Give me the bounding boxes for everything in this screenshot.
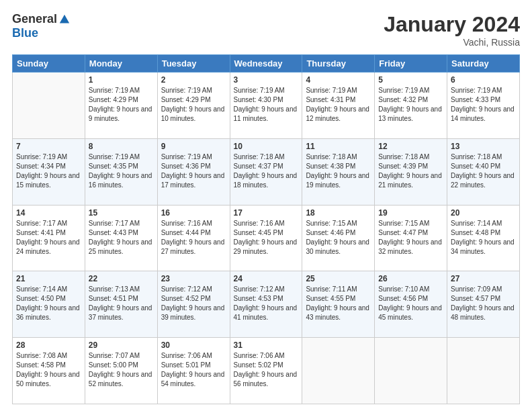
col-monday: Monday [85,55,157,73]
calendar-week-row: 14Sunrise: 7:17 AMSunset: 4:41 PMDayligh… [13,205,520,271]
table-row: 6Sunrise: 7:19 AMSunset: 4:33 PMDaylight… [447,73,520,139]
logo-blue-text: Blue [12,26,38,40]
table-row: 13Sunrise: 7:18 AMSunset: 4:40 PMDayligh… [447,138,520,205]
day-info: Sunrise: 7:19 AMSunset: 4:33 PMDaylight:… [451,86,516,124]
day-info: Sunrise: 7:11 AMSunset: 4:55 PMDaylight:… [306,285,371,322]
day-number: 30 [161,340,226,350]
table-row: 27Sunrise: 7:09 AMSunset: 4:57 PMDayligh… [447,271,520,338]
day-info: Sunrise: 7:12 AMSunset: 4:52 PMDaylight:… [161,285,226,322]
table-row: 29Sunrise: 7:07 AMSunset: 5:00 PMDayligh… [85,338,157,404]
table-row: 21Sunrise: 7:14 AMSunset: 4:50 PMDayligh… [13,271,85,338]
table-row: 14Sunrise: 7:17 AMSunset: 4:41 PMDayligh… [13,205,85,271]
header: General Blue January 2024 Vachi, Russia [12,12,520,48]
day-info: Sunrise: 7:18 AMSunset: 4:38 PMDaylight:… [306,152,371,190]
day-info: Sunrise: 7:07 AMSunset: 5:00 PMDaylight:… [89,351,154,389]
calendar-week-row: 7Sunrise: 7:19 AMSunset: 4:34 PMDaylight… [13,138,520,205]
day-number: 7 [16,142,81,151]
table-row: 1Sunrise: 7:19 AMSunset: 4:29 PMDaylight… [85,73,157,139]
day-number: 2 [161,75,226,85]
table-row: 31Sunrise: 7:06 AMSunset: 5:02 PMDayligh… [230,338,302,404]
table-row: 3Sunrise: 7:19 AMSunset: 4:30 PMDaylight… [230,73,302,139]
day-info: Sunrise: 7:17 AMSunset: 4:41 PMDaylight:… [16,219,81,257]
day-number: 24 [234,274,299,283]
col-wednesday: Wednesday [230,55,302,73]
day-number: 27 [451,274,516,283]
header-row: Sunday Monday Tuesday Wednesday Thursday… [13,55,520,73]
table-row: 8Sunrise: 7:19 AMSunset: 4:35 PMDaylight… [85,138,157,205]
day-number: 13 [451,142,516,151]
day-info: Sunrise: 7:18 AMSunset: 4:40 PMDaylight:… [451,152,516,190]
logo: General Blue [12,12,71,40]
day-number: 31 [234,340,299,350]
table-row: 11Sunrise: 7:18 AMSunset: 4:38 PMDayligh… [302,138,375,205]
table-row: 12Sunrise: 7:18 AMSunset: 4:39 PMDayligh… [375,138,447,205]
table-row: 4Sunrise: 7:19 AMSunset: 4:31 PMDaylight… [302,73,375,139]
table-row: 23Sunrise: 7:12 AMSunset: 4:52 PMDayligh… [157,271,230,338]
col-tuesday: Tuesday [157,55,230,73]
table-row: 28Sunrise: 7:08 AMSunset: 4:58 PMDayligh… [13,338,85,404]
day-number: 26 [378,274,443,283]
day-info: Sunrise: 7:18 AMSunset: 4:37 PMDaylight:… [234,152,299,190]
day-info: Sunrise: 7:19 AMSunset: 4:29 PMDaylight:… [161,86,226,124]
page: General Blue January 2024 Vachi, Russia … [0,0,532,411]
table-row [447,338,520,404]
day-info: Sunrise: 7:19 AMSunset: 4:34 PMDaylight:… [16,152,81,190]
day-number: 6 [451,75,516,85]
table-row [302,338,375,404]
day-number: 12 [378,142,443,151]
day-info: Sunrise: 7:19 AMSunset: 4:36 PMDaylight:… [161,152,226,190]
day-number: 21 [16,274,81,283]
month-title: January 2024 [384,12,520,37]
table-row: 15Sunrise: 7:17 AMSunset: 4:43 PMDayligh… [85,205,157,271]
table-row [13,73,85,139]
location: Vachi, Russia [384,37,520,48]
day-info: Sunrise: 7:13 AMSunset: 4:51 PMDaylight:… [89,285,154,322]
table-row: 26Sunrise: 7:10 AMSunset: 4:56 PMDayligh… [375,271,447,338]
day-info: Sunrise: 7:19 AMSunset: 4:29 PMDaylight:… [89,86,154,124]
day-info: Sunrise: 7:19 AMSunset: 4:32 PMDaylight:… [378,86,443,124]
table-row: 20Sunrise: 7:14 AMSunset: 4:48 PMDayligh… [447,205,520,271]
calendar-week-row: 1Sunrise: 7:19 AMSunset: 4:29 PMDaylight… [13,73,520,139]
table-row: 2Sunrise: 7:19 AMSunset: 4:29 PMDaylight… [157,73,230,139]
table-row: 19Sunrise: 7:15 AMSunset: 4:47 PMDayligh… [375,205,447,271]
day-number: 11 [306,142,371,151]
day-info: Sunrise: 7:14 AMSunset: 4:50 PMDaylight:… [16,285,81,322]
day-info: Sunrise: 7:16 AMSunset: 4:44 PMDaylight:… [161,219,226,257]
table-row: 10Sunrise: 7:18 AMSunset: 4:37 PMDayligh… [230,138,302,205]
day-info: Sunrise: 7:06 AMSunset: 5:02 PMDaylight:… [234,351,299,389]
day-info: Sunrise: 7:12 AMSunset: 4:53 PMDaylight:… [234,285,299,322]
table-row: 30Sunrise: 7:06 AMSunset: 5:01 PMDayligh… [157,338,230,404]
day-number: 28 [16,340,81,350]
day-number: 1 [89,75,154,85]
day-info: Sunrise: 7:19 AMSunset: 4:35 PMDaylight:… [89,152,154,190]
day-number: 10 [234,142,299,151]
day-info: Sunrise: 7:08 AMSunset: 4:58 PMDaylight:… [16,351,81,389]
day-number: 16 [161,208,226,218]
day-number: 17 [234,208,299,218]
day-info: Sunrise: 7:19 AMSunset: 4:30 PMDaylight:… [234,86,299,124]
day-info: Sunrise: 7:06 AMSunset: 5:01 PMDaylight:… [161,351,226,389]
table-row: 9Sunrise: 7:19 AMSunset: 4:36 PMDaylight… [157,138,230,205]
logo-icon [58,13,71,26]
day-number: 20 [451,208,516,218]
table-row: 25Sunrise: 7:11 AMSunset: 4:55 PMDayligh… [302,271,375,338]
day-number: 5 [378,75,443,85]
day-info: Sunrise: 7:19 AMSunset: 4:31 PMDaylight:… [306,86,371,124]
calendar-week-row: 21Sunrise: 7:14 AMSunset: 4:50 PMDayligh… [13,271,520,338]
day-number: 18 [306,208,371,218]
day-number: 4 [306,75,371,85]
day-info: Sunrise: 7:18 AMSunset: 4:39 PMDaylight:… [378,152,443,190]
table-row: 22Sunrise: 7:13 AMSunset: 4:51 PMDayligh… [85,271,157,338]
logo-general-text: General [12,12,57,26]
day-number: 14 [16,208,81,218]
calendar-week-row: 28Sunrise: 7:08 AMSunset: 4:58 PMDayligh… [13,338,520,404]
day-number: 8 [89,142,154,151]
col-saturday: Saturday [447,55,520,73]
col-sunday: Sunday [13,55,85,73]
day-number: 22 [89,274,154,283]
day-number: 15 [89,208,154,218]
table-row: 17Sunrise: 7:16 AMSunset: 4:45 PMDayligh… [230,205,302,271]
day-number: 29 [89,340,154,350]
table-row: 7Sunrise: 7:19 AMSunset: 4:34 PMDaylight… [13,138,85,205]
table-row: 18Sunrise: 7:15 AMSunset: 4:46 PMDayligh… [302,205,375,271]
